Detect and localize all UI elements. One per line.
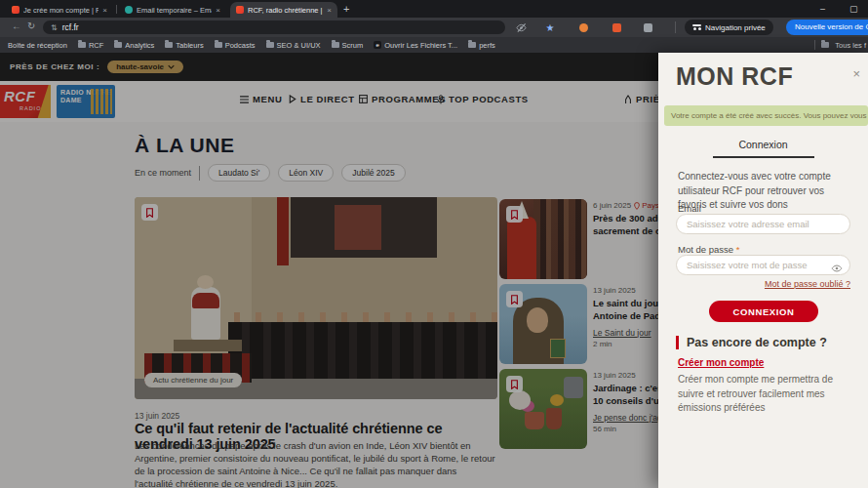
- success-banner: Votre compte a été créé avec succès. Vou…: [664, 105, 868, 126]
- folder-icon: [332, 42, 339, 48]
- private-browsing-badge: Navigation privée: [685, 20, 773, 35]
- site-settings-icon[interactable]: ⇅: [51, 23, 58, 32]
- rcf-favicon: [12, 6, 20, 14]
- temp-mail-favicon: [125, 6, 133, 14]
- tab-title: RCF, radio chrétienne | Actualit...: [248, 6, 323, 15]
- rcf-favicon: [236, 6, 244, 14]
- all-bookmarks[interactable]: Tous les f: [814, 37, 868, 53]
- folder-icon: [468, 42, 476, 48]
- email-input[interactable]: [676, 214, 850, 234]
- tab-title: Email temporaire – Email à usa...: [137, 6, 212, 15]
- browser-window: Je crée mon compte | RCF × Email tempora…: [0, 0, 868, 488]
- toolbar-divider: [675, 21, 676, 33]
- bookmark-ouvrir-fichiers[interactable]: eOuvrir Les Fichiers T...: [374, 41, 457, 50]
- tab-strip: Je crée mon compte | RCF × Email tempora…: [0, 0, 868, 18]
- tab-close-icon[interactable]: ×: [102, 6, 107, 15]
- incognito-icon: [692, 24, 701, 30]
- tab-title: Je crée mon compte | RCF: [23, 6, 99, 15]
- bookmark-star-icon[interactable]: ★: [544, 21, 556, 33]
- create-account-link[interactable]: Créer mon compte: [678, 357, 764, 368]
- extension-icon-2[interactable]: [611, 21, 622, 33]
- bookmark-folder-podcasts[interactable]: Podcasts: [215, 41, 256, 50]
- no-account-heading: Pas encore de compte ?: [676, 336, 827, 349]
- tab-temp-email[interactable]: Email temporaire – Email à usa... ×: [119, 2, 226, 18]
- tab-separator: [116, 5, 117, 14]
- bookmark-inbox[interactable]: Boîte de réception: [8, 41, 67, 50]
- new-tab-button[interactable]: +: [343, 3, 349, 15]
- forgot-password-link[interactable]: Mot de passe oublié ?: [765, 279, 850, 289]
- folder-icon: [821, 42, 829, 48]
- chrome-update-button[interactable]: Nouvelle version de Chrome disponib: [786, 20, 868, 35]
- folder-icon: [114, 42, 122, 48]
- mon-rcf-panel: MON RCF × Votre compte a été créé avec s…: [658, 53, 868, 488]
- required-asterisk: *: [736, 244, 740, 255]
- bookmark-folder-seo[interactable]: SEO & UI/UX: [266, 41, 321, 50]
- back-icon[interactable]: ←: [12, 20, 21, 31]
- bookmark-folder-rcf[interactable]: RCF: [78, 41, 103, 50]
- bookmark-folder-scrum[interactable]: Scrum: [332, 41, 364, 50]
- bookmarks-bar: Boîte de réception RCF Analytics Tableur…: [0, 37, 868, 53]
- puzzle-icon[interactable]: [642, 21, 653, 33]
- folder-icon: [78, 42, 86, 48]
- login-intro-text: Connectez-vous avec votre compte utilisa…: [678, 170, 853, 213]
- tab-create-account[interactable]: Je crée mon compte | RCF ×: [6, 2, 113, 18]
- eye-off-icon[interactable]: [515, 21, 527, 33]
- folder-icon: [215, 42, 222, 48]
- e-favicon: e: [374, 41, 381, 49]
- bookmark-folder-tableurs[interactable]: Tableurs: [165, 41, 203, 50]
- minimize-button[interactable]: –: [820, 4, 825, 14]
- page-viewport: PRÈS DE CHEZ MOI : haute-savoie RCF RADI…: [0, 53, 868, 488]
- bookmarks-divider: [814, 40, 815, 50]
- maximize-button[interactable]: ▢: [849, 4, 858, 14]
- bookmark-folder-perfs[interactable]: perfs: [468, 41, 495, 50]
- tab-connexion[interactable]: Connexion: [658, 139, 868, 150]
- bookmark-folder-analytics[interactable]: Analytics: [114, 41, 154, 50]
- reload-icon[interactable]: ↻: [27, 20, 35, 31]
- extension-icon-1[interactable]: [577, 21, 589, 33]
- tab-close-icon[interactable]: ×: [327, 6, 332, 15]
- browser-toolbar: ← ↻ ⇅ rcf.fr ★ Navigation privée Nouvell…: [0, 18, 868, 37]
- close-icon[interactable]: ×: [852, 66, 860, 81]
- folder-icon: [165, 42, 173, 48]
- folder-icon: [266, 42, 274, 48]
- tab-close-icon[interactable]: ×: [216, 6, 220, 15]
- email-label: Email: [678, 203, 701, 214]
- active-tab-indicator: [713, 156, 814, 158]
- tab-rcf-active[interactable]: RCF, radio chrétienne | Actualit... ×: [230, 2, 337, 18]
- panel-title: MON RCF: [676, 62, 793, 91]
- modal-overlay[interactable]: [0, 53, 659, 488]
- create-account-text: Créer mon compte me permettra de suivre …: [678, 373, 859, 416]
- show-password-icon[interactable]: [831, 260, 843, 277]
- password-input[interactable]: [676, 255, 850, 275]
- address-bar[interactable]: ⇅ rcf.fr: [43, 20, 505, 34]
- connexion-button[interactable]: CONNEXION: [709, 301, 818, 322]
- password-label: Mot de passe *: [678, 244, 739, 255]
- url-text: rcf.fr: [62, 22, 79, 32]
